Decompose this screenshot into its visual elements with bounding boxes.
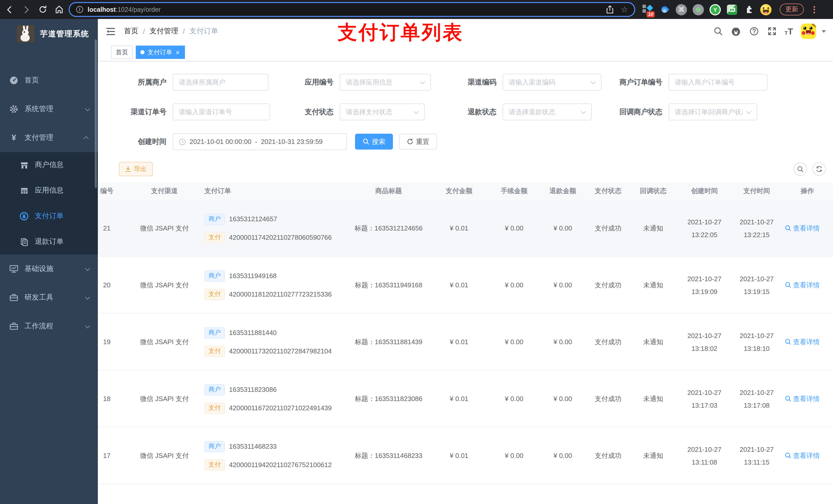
- merchant-tag: 商户: [205, 384, 225, 395]
- tag-home[interactable]: 首页: [111, 46, 133, 59]
- fee-amount: ¥ 0.00: [490, 281, 539, 289]
- sidebar-item-label: 商户信息: [35, 160, 64, 170]
- help-icon[interactable]: [749, 26, 759, 37]
- view-detail-link[interactable]: 查看详情: [782, 451, 833, 460]
- col-id: 编号: [98, 187, 128, 196]
- github-icon[interactable]: [731, 26, 741, 37]
- page-title-annotation: 支付订单列表: [338, 20, 463, 46]
- breadcrumb-home[interactable]: 首页: [124, 27, 138, 36]
- extension-workspace-icon[interactable]: 10: [641, 3, 654, 16]
- sidebar: 芋道管理系统 首页 系统管理 ¥ 支付管: [0, 19, 98, 504]
- extension-pin-icon[interactable]: [658, 3, 671, 16]
- app-select-input[interactable]: [346, 78, 425, 86]
- extension-chat-icon[interactable]: [726, 3, 738, 16]
- merchant-order-number: 1635311881440: [229, 329, 277, 337]
- pay-order-table: 编号 支付渠道 支付订单 商品标题 支付金额 手续金额 退款金额 支付状态 回调…: [98, 182, 833, 504]
- browser-home-icon[interactable]: [54, 5, 64, 14]
- view-detail-link[interactable]: 查看详情: [782, 394, 833, 403]
- merchant-order-no-input[interactable]: [675, 78, 761, 86]
- app-logo-row[interactable]: 芋道管理系统: [0, 19, 98, 49]
- sidebar-item-infrastructure[interactable]: 基础设施: [0, 255, 98, 283]
- channel-code-input[interactable]: [509, 78, 595, 86]
- download-icon: [125, 166, 131, 172]
- address-bar[interactable]: localhost:1024/pay/order ☆: [69, 2, 635, 17]
- pay-order-cell: 商户 1635311949168 支付 42000011812021102777…: [200, 257, 349, 313]
- text-size-icon[interactable]: TT: [785, 27, 793, 35]
- sidebar-scrollbar[interactable]: [95, 40, 97, 188]
- col-fee: 手续金额: [490, 187, 539, 196]
- view-detail-link[interactable]: 查看详情: [782, 281, 833, 290]
- goods-title: 标题：1635312124656: [349, 223, 428, 233]
- pay-amount: ¥ 0.01: [428, 224, 490, 232]
- reset-button[interactable]: 重置: [399, 134, 437, 149]
- channel-transaction-number: 4200001173202110272847982104: [229, 347, 332, 355]
- sidebar-item-label: 退款订单: [35, 237, 64, 246]
- tag-pay-order[interactable]: 支付订单 ×: [136, 46, 185, 59]
- breadcrumb-pay-management[interactable]: 支付管理: [149, 27, 178, 36]
- browser-menu-icon[interactable]: [813, 6, 815, 13]
- pay-channel: 微信 JSAPI 支付: [128, 337, 200, 346]
- table-refresh-button[interactable]: [812, 162, 826, 176]
- sidebar-item-label: 首页: [25, 76, 39, 85]
- close-icon[interactable]: ×: [175, 49, 180, 55]
- fullscreen-icon[interactable]: [767, 26, 777, 37]
- export-button[interactable]: 导出: [119, 162, 153, 176]
- filter-merchant-order-no: 商户订单编号: [591, 74, 767, 91]
- pay-channel: 微信 JSAPI 支付: [128, 451, 200, 460]
- goods-title: 标题：1635311468233: [349, 451, 428, 460]
- search-icon[interactable]: [713, 26, 723, 37]
- notify-status-select[interactable]: [675, 108, 751, 116]
- sidebar-item-payment[interactable]: ¥ 支付管理: [0, 123, 98, 152]
- pay-status-select[interactable]: [346, 108, 419, 116]
- filter-refund-status: 退款状态: [442, 103, 592, 120]
- extension-badge: 10: [646, 11, 655, 17]
- view-detail-link[interactable]: 查看详情: [782, 337, 833, 346]
- table-search-toggle-button[interactable]: [793, 162, 807, 176]
- table-row: 21 微信 JSAPI 支付 商户 1635312124657 支付 42000…: [98, 200, 833, 257]
- site-info-icon[interactable]: [76, 6, 84, 13]
- bookmark-star-icon[interactable]: ☆: [621, 5, 628, 14]
- sidebar-item-system[interactable]: 系统管理: [0, 95, 98, 123]
- tags-view-bar: 首页 支付订单 ×: [98, 44, 833, 62]
- col-refund: 退款金额: [539, 187, 587, 196]
- dashboard-icon: [9, 76, 19, 85]
- view-detail-link[interactable]: 查看详情: [782, 223, 833, 233]
- breadcrumb-current: 支付订单: [190, 27, 218, 36]
- order-id: 21: [98, 224, 128, 232]
- browser-forward-icon[interactable]: [22, 5, 31, 14]
- sidebar-item-app-info[interactable]: 应用信息: [0, 178, 98, 203]
- table-row: 18 微信 JSAPI 支付 商户 1635311823086 支付 42000…: [98, 370, 833, 427]
- extension-recorder-icon[interactable]: [692, 3, 705, 16]
- extension-yapi-icon[interactable]: Y: [709, 3, 721, 16]
- extensions-puzzle-icon[interactable]: [743, 3, 755, 16]
- browser-profile-avatar[interactable]: [760, 3, 772, 16]
- paid-time: 2021-10-2713:18:10: [732, 330, 782, 354]
- share-icon[interactable]: [606, 5, 614, 14]
- sidebar-item-home[interactable]: 首页: [0, 66, 98, 95]
- pay-status: 支付成功: [587, 281, 629, 290]
- extension-command-icon[interactable]: ⌘: [675, 3, 688, 16]
- filter-channel-code: 渠道编码: [442, 74, 601, 91]
- date-range-input[interactable]: 2021-10-01 00:00:00 - 2021-10-31 23:59:5…: [173, 133, 347, 150]
- url-path: :1024/pay/order: [116, 6, 161, 13]
- sidebar-item-workflow[interactable]: 工作流程: [0, 312, 98, 341]
- sidebar-item-refund-order[interactable]: 退款订单: [0, 229, 98, 255]
- merchant-select-input[interactable]: [179, 78, 262, 86]
- sidebar-fold-icon[interactable]: [105, 26, 116, 36]
- browser-update-button[interactable]: 更新: [780, 4, 804, 15]
- refund-status-select[interactable]: [509, 108, 586, 116]
- avatar-dropdown-caret[interactable]: [822, 30, 826, 32]
- chevron-down-icon: [85, 106, 90, 111]
- created-time: 2021-10-2713:19:09: [677, 273, 732, 297]
- channel-order-no-input[interactable]: [179, 108, 264, 116]
- col-title: 商品标题: [349, 187, 428, 196]
- sidebar-item-dev-tools[interactable]: 研发工具: [0, 283, 98, 312]
- sidebar-item-pay-order[interactable]: 支付订单: [0, 203, 98, 229]
- refund-amount: ¥ 0.00: [539, 281, 587, 289]
- browser-back-icon[interactable]: [5, 5, 14, 14]
- user-avatar[interactable]: [801, 24, 816, 39]
- table-header-row: 编号 支付渠道 支付订单 商品标题 支付金额 手续金额 退款金额 支付状态 回调…: [98, 182, 833, 200]
- browser-reload-icon[interactable]: [38, 5, 47, 14]
- sidebar-item-merchant-info[interactable]: 商户信息: [0, 152, 98, 178]
- search-button[interactable]: 搜索: [355, 134, 393, 149]
